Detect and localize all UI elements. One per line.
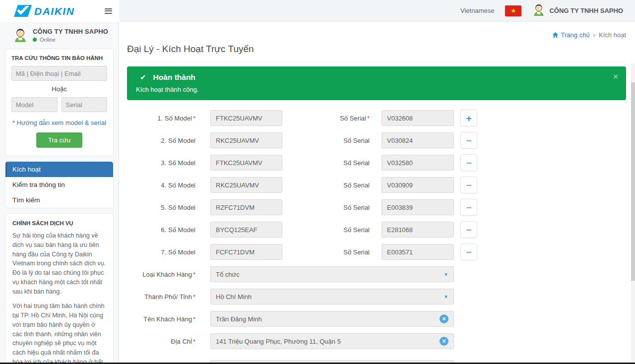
model-input[interactable] — [210, 177, 282, 193]
serial-input[interactable] — [381, 132, 454, 148]
model-serial-guide-link[interactable]: * Hướng dẫn xem model & serial — [11, 119, 107, 126]
hamburger-menu-icon[interactable] — [103, 5, 114, 17]
breadcrumb-home-link[interactable]: Trang chủ — [552, 31, 590, 39]
serial-label: Số Serial — [282, 226, 381, 234]
or-label: Hoặc — [11, 85, 107, 93]
serial-label: Số Serial — [282, 182, 381, 189]
clear-field-icon[interactable]: × — [440, 314, 448, 323]
serial-input[interactable] — [381, 244, 454, 260]
serial-input[interactable] — [381, 222, 454, 238]
warranty-lookup-card: TRA CỨU THÔNG TIN BẢO HÀNH Hoặc * Hướng … — [5, 49, 114, 156]
city-row: Thành Phố/ Tỉnh* Hồ Chí Minh ▼ — [127, 289, 626, 304]
sidebar: CÔNG TY TNHH SAPHO Online TRA CỨU THÔNG … — [0, 22, 119, 364]
row-number: 4. — [161, 182, 166, 189]
alert-title: Hoàn thành — [153, 73, 195, 82]
vertical-scrollbar[interactable] — [631, 63, 635, 363]
city-select[interactable]: Hồ Chí Minh ▼ — [210, 289, 454, 304]
model-input[interactable] — [210, 244, 282, 260]
flag-star-icon: ★ — [510, 7, 516, 14]
model-label: 6.Số Model — [127, 226, 210, 234]
model-label: 7.Số Model — [127, 248, 210, 256]
row-number: 3. — [161, 159, 166, 167]
row-number: 2. — [161, 137, 166, 144]
serial-input[interactable] — [381, 199, 454, 215]
device-row: 3.Số Model Số Serial − — [127, 155, 626, 171]
device-row: 7.Số Model Số Serial − — [127, 244, 626, 260]
lookup-code-input[interactable] — [11, 66, 107, 81]
remove-row-button[interactable]: − — [460, 221, 477, 238]
clear-field-icon[interactable]: × — [440, 337, 448, 346]
vietnam-flag-icon[interactable]: ★ — [505, 5, 521, 16]
language-label[interactable]: Vietnamese — [460, 7, 494, 14]
model-input[interactable] — [210, 155, 282, 171]
policy-paragraph: Với hai trung tâm bảo hành chính tại TP.… — [12, 302, 106, 364]
model-label: 3.Số Model — [127, 159, 210, 167]
user-avatar[interactable] — [532, 3, 545, 18]
sidebar-item-tim-kiem[interactable]: Tìm kiếm — [5, 192, 113, 208]
brand-area: DAIKIN — [0, 0, 119, 22]
breadcrumb: Trang chủ > Kích hoạt — [552, 31, 626, 39]
address-row: Địa Chỉ* 141 Triệu Quang Phục, Phường 11… — [127, 333, 626, 349]
remove-row-button[interactable]: − — [460, 177, 477, 193]
scrollbar-thumb[interactable] — [631, 82, 635, 281]
sidebar-item-kich-hoat[interactable]: Kích hoạt — [5, 162, 113, 177]
required-mark: * — [193, 293, 195, 301]
lookup-serial-input[interactable] — [62, 97, 108, 112]
model-label: 4.Số Model — [127, 182, 210, 189]
success-alert: ✔ Hoàn thành Kích hoạt thành công. × — [127, 66, 626, 100]
row-number: 1. — [157, 115, 163, 122]
page-title: Đại Lý - Kích Hoạt Trực Tuyến — [127, 44, 626, 62]
serial-label: Số Serial — [282, 159, 381, 167]
customer-type-row: Loại Khách Hàng* Tổ chức ▼ — [127, 266, 626, 282]
serial-label: Số Serial — [282, 248, 381, 256]
required-mark: * — [193, 338, 195, 345]
alert-header: ✔ Hoàn thành — [136, 73, 617, 82]
device-row: 4.Số Model Số Serial − — [127, 177, 626, 193]
warranty-activation-page: DAIKIN Vietnamese ★ CÔNG TY TNHH SAPHO — [0, 0, 635, 364]
remove-row-button[interactable]: − — [460, 243, 477, 260]
model-label: 5.Số Model — [127, 204, 210, 211]
policy-paragraph: Sự hài lòng của khách hàng về dịch vụ sa… — [12, 231, 106, 296]
breadcrumb-current: Kích hoạt — [599, 31, 626, 39]
required-mark: * — [367, 115, 370, 122]
alert-close-icon[interactable]: × — [613, 72, 618, 81]
lookup-submit-button[interactable]: Tra cứu — [36, 132, 82, 148]
top-bar-right: Vietnamese ★ CÔNG TY TNHH SAPHO — [119, 0, 635, 22]
breadcrumb-separator: > — [593, 32, 596, 38]
remove-row-button[interactable]: − — [460, 154, 477, 171]
add-row-button[interactable]: + — [460, 110, 477, 126]
sidebar-menu: Kích hoạt Kiểm tra thông tin Tìm kiếm — [5, 161, 114, 208]
sidebar-user-name: CÔNG TY TNHH SAPHO — [33, 28, 108, 35]
city-label: Thành Phố/ Tỉnh* — [127, 293, 210, 301]
customer-name-field[interactable]: Trần Đăng Minh × — [210, 311, 454, 327]
alert-message: Kích hoạt thành công. — [136, 86, 617, 93]
customer-type-value: Tổ chức — [216, 271, 440, 278]
model-input[interactable] — [210, 110, 282, 126]
model-input[interactable] — [210, 132, 282, 148]
service-policy-card: CHÍNH SÁCH DỊCH VỤ Sự hài lòng của khách… — [5, 213, 114, 364]
serial-input[interactable] — [381, 110, 454, 126]
address-value: 141 Triệu Quang Phục, Phường 11, Quận 5 — [216, 338, 436, 345]
row-number: 7. — [161, 248, 166, 256]
model-input[interactable] — [210, 222, 282, 238]
address-field[interactable]: 141 Triệu Quang Phục, Phường 11, Quận 5 … — [210, 333, 454, 349]
required-mark: * — [193, 115, 195, 122]
lookup-model-input[interactable] — [11, 97, 58, 112]
check-icon: ✔ — [140, 73, 146, 82]
serial-input[interactable] — [381, 155, 454, 171]
model-input[interactable] — [210, 199, 282, 215]
customer-type-label: Loại Khách Hàng* — [127, 271, 210, 278]
sidebar-item-kiem-tra-thong-tin[interactable]: Kiểm tra thông tin — [5, 177, 113, 192]
serial-input[interactable] — [381, 177, 454, 193]
model-label: 1.Số Model* — [127, 115, 210, 122]
device-row: 5.Số Model Số Serial − — [127, 199, 626, 215]
serial-label: Số Serial — [282, 204, 381, 211]
daikin-logo-icon: DAIKIN — [14, 4, 83, 17]
customer-type-select[interactable]: Tổ chức ▼ — [210, 266, 454, 282]
remove-row-button[interactable]: − — [460, 199, 477, 216]
remove-row-button[interactable]: − — [460, 132, 477, 149]
device-row: 2.Số Model Số Serial − — [127, 132, 626, 148]
model-label: 2.Số Model — [127, 137, 210, 144]
top-user-name[interactable]: CÔNG TY TNHH SAPHO — [549, 7, 623, 14]
caret-down-icon: ▼ — [444, 294, 448, 300]
